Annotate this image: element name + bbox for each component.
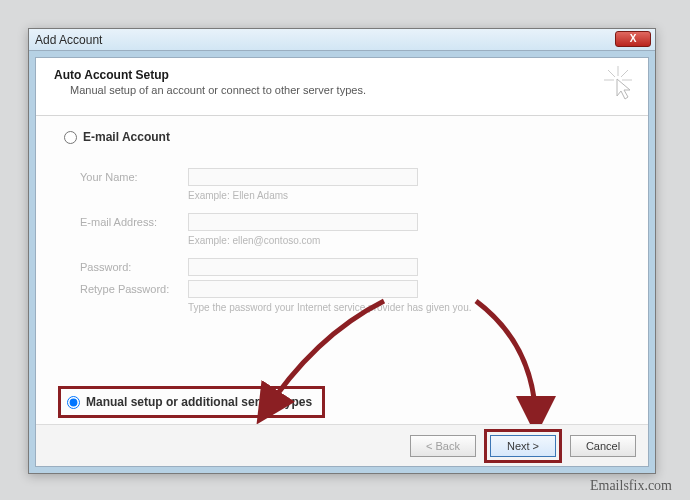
cursor-starburst-icon xyxy=(604,66,634,100)
wizard-footer: < Back Next > Cancel xyxy=(36,424,648,466)
radio-manual-setup[interactable] xyxy=(67,396,80,409)
svg-line-1 xyxy=(608,70,615,77)
option-manual-setup[interactable]: Manual setup or additional server types xyxy=(67,395,312,409)
retype-label: Retype Password: xyxy=(80,283,188,295)
name-input[interactable] xyxy=(188,168,418,186)
svg-line-2 xyxy=(621,70,628,77)
close-button[interactable]: X xyxy=(615,31,651,47)
radio-email-account[interactable] xyxy=(64,131,77,144)
option-email-label: E-mail Account xyxy=(83,130,170,144)
option-email-account[interactable]: E-mail Account xyxy=(64,130,628,144)
name-label: Your Name: xyxy=(80,171,188,183)
password-input[interactable] xyxy=(188,258,418,276)
password-label: Password: xyxy=(80,261,188,273)
titlebar[interactable]: Add Account X xyxy=(29,29,655,51)
email-input[interactable] xyxy=(188,213,418,231)
cancel-button[interactable]: Cancel xyxy=(570,435,636,457)
option-manual-label: Manual setup or additional server types xyxy=(86,395,312,409)
password-hint: Type the password your Internet service … xyxy=(188,302,628,313)
email-hint: Example: ellen@contoso.com xyxy=(188,235,628,246)
client-area: Auto Account Setup Manual setup of an ac… xyxy=(35,57,649,467)
watermark: Emailsfix.com xyxy=(590,478,672,494)
highlight-box-option2: Manual setup or additional server types xyxy=(58,386,325,418)
header-title: Auto Account Setup xyxy=(54,68,630,82)
highlight-box-next: Next > xyxy=(484,429,562,463)
back-button[interactable]: < Back xyxy=(410,435,476,457)
annotation-arrow-2-icon xyxy=(466,296,576,436)
retype-password-input[interactable] xyxy=(188,280,418,298)
wizard-header: Auto Account Setup Manual setup of an ac… xyxy=(36,58,648,116)
email-label: E-mail Address: xyxy=(80,216,188,228)
header-subtitle: Manual setup of an account or connect to… xyxy=(70,84,630,96)
window-title: Add Account xyxy=(35,33,102,47)
name-hint: Example: Ellen Adams xyxy=(188,190,628,201)
next-button[interactable]: Next > xyxy=(490,435,556,457)
email-fields: Your Name: Example: Ellen Adams E-mail A… xyxy=(80,168,628,313)
dialog-window: Add Account X Auto Account Setup Manual … xyxy=(28,28,656,474)
wizard-body: E-mail Account Your Name: Example: Ellen… xyxy=(36,116,648,424)
